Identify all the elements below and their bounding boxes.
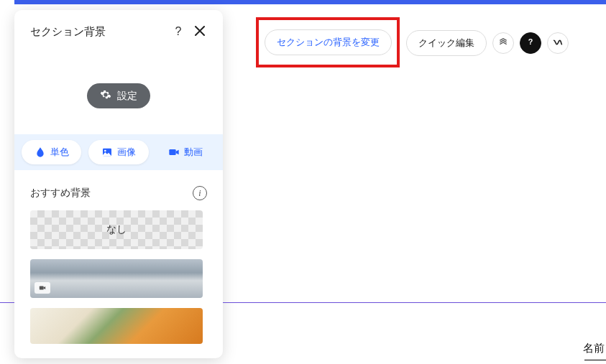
question-icon: ? — [525, 37, 536, 50]
suggested-label: おすすめ背景 — [30, 187, 193, 200]
panel-header: セクション背景 ? — [14, 10, 223, 50]
svg-rect-3 — [40, 286, 44, 290]
video-indicator-icon — [35, 282, 50, 294]
divider-line — [223, 302, 606, 303]
svg-text:?: ? — [528, 37, 533, 46]
layers-button[interactable] — [492, 32, 514, 54]
settings-label: 設定 — [117, 90, 137, 103]
right-toolbar: クイック編集 ? — [406, 30, 569, 56]
name-field-label: 名前 — [583, 342, 605, 355]
droplet-icon — [35, 146, 46, 158]
help-button[interactable]: ? — [170, 23, 187, 40]
background-option-mountain[interactable] — [30, 259, 203, 298]
close-icon — [195, 26, 205, 38]
settings-button[interactable]: 設定 — [87, 83, 150, 108]
help-circle-button[interactable]: ? — [520, 32, 541, 54]
svg-point-1 — [104, 150, 106, 152]
name-field-underline — [584, 360, 606, 360]
close-button[interactable] — [191, 23, 208, 40]
change-section-background-button[interactable]: セクションの背景を変更 — [265, 29, 392, 55]
tab-label: 動画 — [184, 146, 203, 159]
layers-icon — [497, 37, 509, 50]
highlight-callout: セクションの背景を変更 — [256, 17, 400, 67]
tab-label: 画像 — [117, 146, 136, 159]
tab-solid-color[interactable]: 単色 — [22, 140, 81, 164]
svg-rect-2 — [170, 149, 176, 155]
divider-line — [0, 302, 14, 303]
info-icon[interactable]: i — [193, 186, 207, 200]
none-label: なし — [106, 223, 127, 236]
gear-icon — [100, 89, 111, 103]
suggested-backgrounds-header: おすすめ背景 i — [14, 170, 223, 210]
tab-label: 単色 — [50, 146, 69, 159]
background-option-none[interactable]: なし — [30, 210, 203, 249]
wave-icon — [552, 37, 564, 50]
image-icon — [101, 146, 113, 158]
panel-title: セクション背景 — [30, 25, 170, 39]
section-background-panel: セクション背景 ? 設定 単色 画像 — [14, 10, 223, 358]
background-type-tabs: 単色 画像 動画 — [14, 134, 223, 170]
tab-video[interactable]: 動画 — [156, 140, 216, 164]
top-accent-bar — [14, 0, 606, 4]
tab-image[interactable]: 画像 — [88, 140, 148, 164]
background-thumbnail-list: なし — [14, 210, 223, 358]
quick-edit-button[interactable]: クイック編集 — [406, 30, 487, 56]
settings-row: 設定 — [14, 50, 223, 134]
background-option-fruit[interactable] — [30, 308, 203, 344]
video-icon — [168, 146, 180, 158]
animation-button[interactable] — [547, 32, 569, 54]
